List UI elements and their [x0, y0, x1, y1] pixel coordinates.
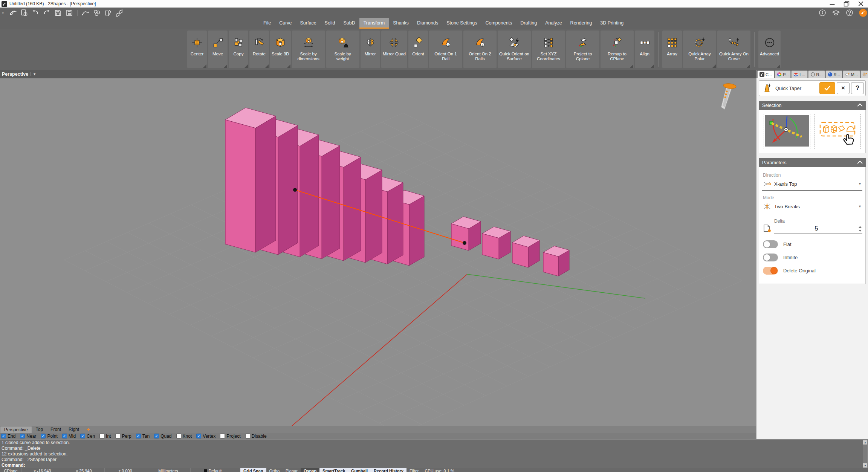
menu-tab-stone-settings[interactable]: Stone Settings: [442, 18, 481, 29]
panel-tab-r[interactable]: R...: [825, 70, 842, 78]
save-as-icon[interactable]: [65, 9, 73, 17]
ribbon-button-orient[interactable]: Orient: [408, 31, 428, 68]
help-button[interactable]: ?: [851, 82, 864, 94]
ribbon-button-quick-array-on-curve[interactable]: Quick Array On Curve: [717, 31, 750, 68]
ribbon-button-mirror[interactable]: Mirror: [361, 31, 380, 68]
file-history-icon[interactable]: [20, 9, 28, 17]
parameters-section-header[interactable]: Parameters: [759, 158, 866, 167]
flat-toggle[interactable]: [763, 240, 778, 248]
ribbon-button-quick-array-polar[interactable]: Quick Array Polar: [683, 31, 716, 68]
solid-trim-icon[interactable]: [115, 9, 124, 17]
redo-icon[interactable]: [43, 9, 51, 17]
menu-tab-components[interactable]: Components: [481, 18, 516, 29]
osnap-quad[interactable]: ✓Quad: [154, 434, 171, 439]
panel-tab-m[interactable]: M...: [843, 70, 860, 78]
spinner-up-icon[interactable]: [859, 226, 862, 228]
ok-button[interactable]: [819, 82, 835, 94]
osnap-point[interactable]: ✓Point: [41, 434, 57, 439]
menu-tab-3d-printing[interactable]: 3D Printing: [596, 18, 628, 29]
ribbon-button-align[interactable]: Align: [635, 31, 654, 68]
panel-tab-c[interactable]: C...: [757, 70, 774, 78]
panel-tab-p[interactable]: P...: [775, 70, 791, 78]
status-toggle-cpu-use-0-1[interactable]: CPU use: 0.1 %: [422, 468, 457, 472]
scroll-down-icon[interactable]: ▼: [863, 463, 867, 467]
ribbon-button-move[interactable]: Move: [208, 31, 228, 68]
ribbon-button-orient-on-2-rails[interactable]: 2Orient On 2 Rails: [463, 31, 497, 68]
info-icon[interactable]: [818, 9, 827, 17]
delta-spinner[interactable]: [859, 226, 862, 232]
ribbon-button-scale-3d[interactable]: Scale 3D: [270, 31, 291, 68]
undo-icon[interactable]: [31, 9, 40, 17]
viewport-menu-dropdown-icon[interactable]: ▼: [31, 72, 36, 76]
panel-tab-l[interactable]: L...: [791, 70, 807, 78]
osnap-end[interactable]: ✓End: [1, 434, 15, 439]
help-icon[interactable]: [845, 9, 854, 17]
ribbon-button-advanced[interactable]: Advanced: [758, 31, 781, 68]
osnap-mid[interactable]: ✓Mid: [62, 434, 76, 439]
viewport-tab-perspective[interactable]: Perspective: [0, 426, 32, 433]
settings-gear-icon[interactable]: [862, 72, 867, 77]
status-toggle-planar[interactable]: Planar: [283, 468, 301, 472]
viewport-tab-right[interactable]: Right: [65, 426, 83, 433]
save-icon[interactable]: [54, 9, 62, 17]
delta-input[interactable]: 5: [774, 224, 859, 234]
solid-group-icon[interactable]: [93, 9, 101, 17]
menu-tab-transform[interactable]: Transform: [359, 18, 389, 29]
osnap-project[interactable]: Project: [220, 434, 240, 439]
delete-original-toggle[interactable]: [763, 267, 778, 275]
direction-dropdown[interactable]: X-axis Top ▼: [762, 179, 862, 191]
toolbar-close-icon[interactable]: x: [2, 11, 4, 15]
restore-button[interactable]: [839, 0, 854, 8]
menu-tab-subd[interactable]: SubD: [339, 18, 359, 29]
status-toggle-grid-snap[interactable]: Grid Snap: [240, 468, 266, 472]
direction-preview-thumbnail[interactable]: [764, 114, 810, 149]
osnap-perp[interactable]: Perp: [115, 434, 131, 439]
menu-tab-rendering[interactable]: Rendering: [566, 18, 596, 29]
ribbon-button-array[interactable]: Array: [662, 31, 682, 68]
menu-tab-surface[interactable]: Surface: [296, 18, 321, 29]
viewport-tab-front[interactable]: Front: [47, 426, 65, 433]
viewport-canvas[interactable]: [0, 78, 756, 426]
menu-tab-curve[interactable]: Curve: [275, 18, 296, 29]
selection-section-header[interactable]: Selection: [759, 101, 866, 110]
status-toggle-filter[interactable]: Filter: [406, 468, 422, 472]
select-objects-thumbnail[interactable]: [814, 114, 861, 149]
ribbon-button-quick-orient-on-surface[interactable]: Quick Orient on Surface: [498, 31, 531, 68]
curve-tool-icon[interactable]: [81, 9, 90, 17]
ribbon-button-rotate[interactable]: Rotate: [249, 31, 269, 68]
ribbon-button-remap-to-cplane[interactable]: Remap to CPlane: [601, 31, 634, 68]
osnap-int[interactable]: Int: [99, 434, 111, 439]
ribbon-button-orient-on-1-rail[interactable]: 1Orient On 1 Rail: [429, 31, 462, 68]
osnap-disable[interactable]: Disable: [245, 434, 267, 439]
osnap-knot[interactable]: Knot: [176, 434, 192, 439]
menu-tab-analyze[interactable]: Analyze: [541, 18, 566, 29]
2shapes-badge-icon[interactable]: [859, 9, 867, 17]
solid-split-icon[interactable]: [104, 9, 112, 17]
mode-dropdown[interactable]: Two Breaks ▼: [762, 201, 862, 213]
add-viewport-tab-button[interactable]: +: [83, 426, 93, 433]
status-toggle-smarttrack[interactable]: SmartTrack: [319, 468, 348, 472]
status-toggle-osnap[interactable]: Osnap: [301, 468, 319, 472]
menu-tab-diamonds[interactable]: Diamonds: [413, 18, 442, 29]
status-toggle-ortho[interactable]: Ortho: [266, 468, 283, 472]
osnap-cen[interactable]: ✓Cen: [80, 434, 95, 439]
2shapes-logo-icon[interactable]: [9, 9, 17, 17]
command-prompt-input[interactable]: Command:: [0, 462, 868, 468]
menu-tab-solid[interactable]: Solid: [321, 18, 339, 29]
minimize-button[interactable]: [825, 0, 839, 8]
status-toggle-gumball[interactable]: Gumball: [348, 468, 371, 472]
close-button[interactable]: [854, 0, 868, 8]
viewport-tab-top[interactable]: Top: [32, 426, 47, 433]
ribbon-button-scale-by-weight[interactable]: Scale by weight: [326, 31, 359, 68]
menu-tab-drafting[interactable]: Drafting: [516, 18, 541, 29]
cancel-button[interactable]: ×: [837, 82, 850, 94]
ribbon-button-scale-by-dimensions[interactable]: Scale by dimensions: [292, 31, 325, 68]
academy-icon[interactable]: [832, 9, 840, 17]
viewport-title[interactable]: Perspective: [0, 72, 28, 77]
infinite-toggle[interactable]: [763, 254, 778, 261]
ribbon-button-copy[interactable]: Copy: [229, 31, 248, 68]
panel-tab-r[interactable]: R...: [808, 70, 825, 78]
ribbon-button-mirror-quad[interactable]: Mirror Quad: [381, 31, 407, 68]
ribbon-button-center[interactable]: Center: [187, 31, 207, 68]
ribbon-button-project-to-cplane[interactable]: Project to Cplane: [566, 31, 599, 68]
